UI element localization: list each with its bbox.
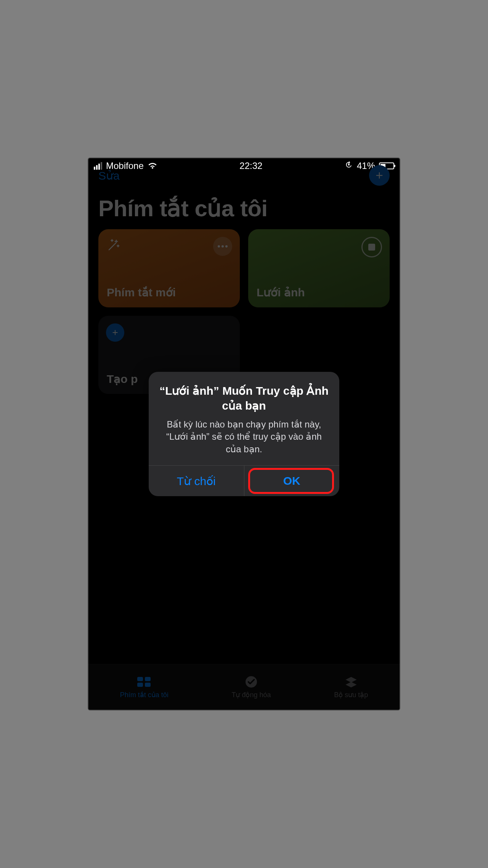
deny-label: Từ chối (177, 474, 216, 488)
ok-label: OK (283, 474, 300, 487)
modal-overlay: “Lưới ảnh” Muốn Truy cập Ảnh của bạn Bất… (88, 158, 400, 710)
alert-title: “Lưới ảnh” Muốn Truy cập Ảnh của bạn (159, 383, 329, 413)
alert-button-row: Từ chối OK (149, 465, 339, 496)
deny-button[interactable]: Từ chối (149, 466, 244, 496)
alert-body: Bất kỳ lúc nào bạn chạy phím tắt này, “L… (159, 418, 329, 455)
device-frame: Mobifone 22:32 41% Sửa Phím tắt c (88, 158, 400, 710)
ok-button[interactable]: OK (244, 466, 340, 496)
permission-alert: “Lưới ảnh” Muốn Truy cập Ảnh của bạn Bất… (149, 372, 339, 496)
